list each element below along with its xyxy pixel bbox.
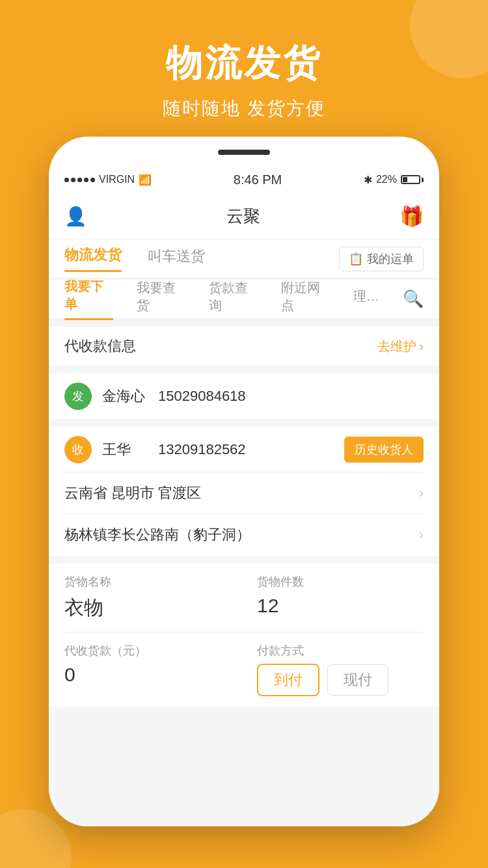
secondary-nav: 我要下单 我要查货 货款查询 附近网点 理… 🔍 — [49, 280, 439, 319]
cod-label: 代收货款（元） — [64, 643, 231, 658]
address-province-row[interactable]: 云南省 昆明市 官渡区 › — [64, 472, 424, 514]
status-left: VIRGIN 📶 — [64, 174, 152, 186]
receiver-row: 收 王华 13209182562 历史收货人 — [64, 427, 424, 472]
calendar-icon: 📋 — [349, 252, 363, 266]
my-waybill-button[interactable]: 📋 我的运单 — [339, 247, 424, 271]
carrier-name: VIRGIN — [99, 174, 135, 185]
tab-delivery[interactable]: 叫车送货 — [148, 247, 205, 271]
address-detail-row[interactable]: 杨林镇李长公路南（豹子洞） › — [64, 514, 424, 556]
signal-dot-5 — [90, 178, 95, 182]
goods-info-row: 货物名称 衣物 货物件数 12 — [64, 563, 424, 632]
history-receivers-button[interactable]: 历史收货人 — [344, 437, 424, 463]
action-chevron: › — [419, 339, 424, 354]
gift-icon[interactable]: 🎁 — [400, 205, 424, 228]
pay-option-cod[interactable]: 到付 — [257, 664, 319, 696]
sender-phone: 15029084618 — [158, 388, 246, 405]
wifi-icon: 📶 — [139, 174, 152, 186]
app-content: 👤 云聚 🎁 物流发货 叫车送货 📋 我的运单 我要下单 我要查货 货款查询 附… — [49, 194, 439, 826]
content-area: 代收款信息 去维护 › 发 金海心 15029084618 收 — [49, 319, 439, 826]
battery-percent: 22% — [376, 174, 397, 185]
phone-speaker — [218, 150, 270, 155]
address-province-text: 云南省 昆明市 官渡区 — [64, 483, 201, 503]
sender-card: 发 金海心 15029084618 — [49, 373, 439, 419]
page-title-sub: 随时随地 发货方便 — [0, 96, 488, 121]
nav-nearby[interactable]: 附近网点 — [281, 279, 330, 319]
nav-query-goods[interactable]: 我要查货 — [137, 279, 185, 319]
nav-payment-query[interactable]: 货款查询 — [209, 279, 258, 319]
status-bar: VIRGIN 📶 8:46 PM ✱ 22% — [49, 165, 439, 194]
payment-col: 付款方式 到付 现付 — [257, 643, 424, 696]
collection-info-action[interactable]: 去维护 › — [377, 338, 424, 355]
cod-col: 代收货款（元） 0 — [64, 643, 231, 696]
receiver-name: 王华 — [102, 440, 148, 459]
page-title-area: 物流发货 随时随地 发货方便 — [0, 39, 488, 121]
receiver-phone: 13209182562 — [158, 441, 246, 458]
battery-body — [401, 175, 420, 184]
battery-cap — [422, 178, 424, 182]
goods-section: 货物名称 衣物 货物件数 12 代收货款（元） 0 付款方式 — [49, 563, 439, 707]
cod-value[interactable]: 0 — [64, 664, 231, 686]
app-title: 云聚 — [226, 205, 260, 228]
goods-count-col: 货物件数 12 — [257, 574, 424, 621]
receiver-card: 收 王华 13209182562 历史收货人 云南省 昆明市 官渡区 › 杨林镇… — [49, 427, 439, 556]
phone-shell: VIRGIN 📶 8:46 PM ✱ 22% 👤 云聚 🎁 物流发货 叫车送货 — [49, 137, 439, 826]
tab-logistics[interactable]: 物流发货 — [64, 245, 122, 272]
signal-dot-2 — [71, 178, 75, 182]
user-icon[interactable]: 👤 — [64, 206, 87, 227]
collection-info-row: 代收款信息 去维护 › — [64, 327, 424, 366]
payment-options: 到付 现付 — [257, 664, 424, 696]
goods-count-value[interactable]: 12 — [257, 595, 424, 617]
bluetooth-icon: ✱ — [364, 174, 372, 186]
goods-name-value[interactable]: 衣物 — [64, 595, 231, 621]
status-time: 8:46 PM — [234, 172, 282, 187]
signal-dot-3 — [77, 178, 82, 182]
page-title-main: 物流发货 — [0, 39, 488, 88]
nav-order[interactable]: 我要下单 — [64, 278, 113, 320]
collection-info-card: 代收款信息 去维护 › — [49, 327, 439, 366]
signal-dot-4 — [84, 178, 88, 182]
signal-dot-1 — [64, 178, 69, 182]
payment-row: 代收货款（元） 0 付款方式 到付 现付 — [64, 632, 424, 707]
goods-name-label: 货物名称 — [64, 574, 231, 590]
sender-name: 金海心 — [102, 387, 148, 406]
battery-fill — [403, 177, 407, 182]
sender-row: 发 金海心 15029084618 — [64, 373, 424, 419]
signal-dots — [64, 178, 95, 182]
pay-option-cash[interactable]: 现付 — [327, 664, 388, 696]
main-tab-bar: 物流发货 叫车送货 📋 我的运单 — [49, 239, 439, 278]
battery-bar — [401, 175, 424, 184]
waybill-label: 我的运单 — [367, 251, 414, 267]
action-text: 去维护 — [377, 338, 416, 355]
status-right: ✱ 22% — [364, 174, 424, 186]
goods-count-label: 货物件数 — [257, 574, 424, 590]
address-province-chevron: › — [419, 485, 424, 502]
goods-name-col: 货物名称 衣物 — [64, 574, 231, 621]
address-detail-text: 杨林镇李长公路南（豹子洞） — [64, 525, 251, 545]
nav-more[interactable]: 理… — [353, 288, 379, 310]
receiver-badge: 收 — [64, 436, 92, 463]
address-detail-chevron: › — [419, 526, 424, 543]
collection-info-label: 代收款信息 — [64, 336, 136, 356]
payment-label: 付款方式 — [257, 643, 424, 658]
search-icon[interactable]: 🔍 — [403, 289, 424, 309]
app-header: 👤 云聚 🎁 — [49, 194, 439, 239]
sender-badge: 发 — [64, 383, 92, 410]
